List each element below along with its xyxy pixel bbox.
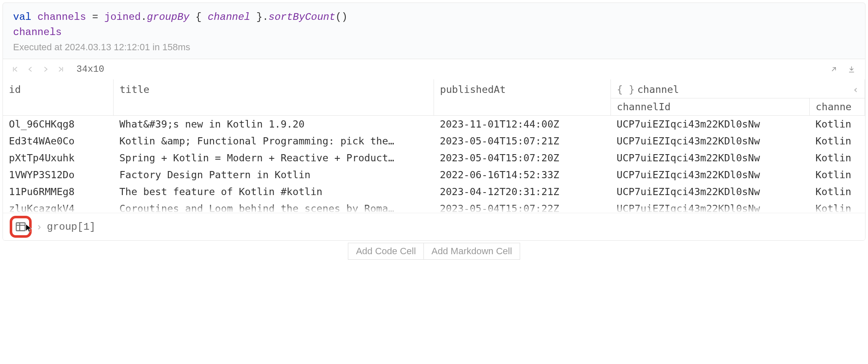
execution-metadata: Executed at 2024.03.13 12:12:01 in 158ms (3, 42, 865, 59)
open-in-new-icon[interactable] (828, 63, 840, 75)
arg-channel: channel (208, 11, 250, 23)
cell-channelId: UCP7uiEZIqci43m22KDl0sNw (611, 116, 810, 133)
cell-publishedAt: 2023-05-04T15:07:21Z (434, 133, 611, 149)
cell-channelName: Kotlin (810, 133, 865, 149)
cell-title: What&#39;s new in Kotlin 1.9.20 (114, 116, 434, 133)
cell-channelName: Kotlin (810, 183, 865, 200)
cell-publishedAt: 2023-04-12T20:31:21Z (434, 183, 611, 200)
cell-channelName: Kotlin (810, 116, 865, 133)
column-header-channelName-partial[interactable]: channe (810, 98, 865, 116)
add-code-cell-button[interactable]: Add Code Cell (348, 243, 424, 260)
code-editor[interactable]: val channels = joined.groupBy { channel … (3, 3, 865, 42)
cell-channelName: Kotlin (810, 166, 865, 183)
cell-publishedAt: 2023-05-04T15:07:22Z (434, 200, 611, 213)
column-header-channelId[interactable]: channelId (611, 98, 810, 116)
fn-sortByCount: sortByCount (269, 11, 335, 23)
cell-id: Ed3t4WAe0Co (3, 133, 114, 149)
expr-channels: channels (13, 27, 62, 38)
cell-channelId: UCP7uiEZIqci43m22KDl0sNw (611, 183, 810, 200)
table-root-icon[interactable] (10, 216, 32, 238)
dataframe-toolbar: 34x10 (3, 59, 865, 79)
pager-first-icon[interactable] (11, 65, 20, 74)
pager-dimensions: 34x10 (76, 64, 104, 75)
dataframe-table-container: id title publishedAt { }channel ‹ channe… (3, 79, 865, 213)
breadcrumb-group[interactable]: group[1] (47, 221, 95, 233)
cell-title: Kotlin &amp; Functional Programming: pic… (114, 133, 434, 149)
chevron-right-icon: › (38, 221, 41, 233)
dataframe-table: id title publishedAt { }channel ‹ channe… (3, 79, 865, 213)
column-header-title[interactable]: title (114, 79, 434, 116)
download-icon[interactable] (846, 63, 857, 75)
cell-channelName: Kotlin (810, 200, 865, 213)
column-group-channel[interactable]: { }channel ‹ (611, 79, 865, 98)
id-joined: joined (104, 11, 141, 23)
pager-next-icon[interactable] (41, 65, 50, 74)
cell-title: The best feature of Kotlin #kotlin (114, 183, 434, 200)
table-row[interactable]: Ed3t4WAe0CoKotlin &amp; Functional Progr… (3, 133, 865, 149)
cell-channelName: Kotlin (810, 149, 865, 166)
table-row[interactable]: Ol_96CHKqg8What&#39;s new in Kotlin 1.9.… (3, 116, 865, 133)
cell-id: 1VWYP3S12Do (3, 166, 114, 183)
cell-channelId: UCP7uiEZIqci43m22KDl0sNw (611, 166, 810, 183)
table-row[interactable]: zluKcazgkV4Coroutines and Loom behind th… (3, 200, 865, 213)
cell-channelId: UCP7uiEZIqci43m22KDl0sNw (611, 200, 810, 213)
table-row[interactable]: 1VWYP3S12DoFactory Design Pattern in Kot… (3, 166, 865, 183)
column-header-id[interactable]: id (3, 79, 114, 116)
fn-groupBy: groupBy (147, 11, 190, 23)
pager-prev-icon[interactable] (26, 65, 35, 74)
cell-channelId: UCP7uiEZIqci43m22KDl0sNw (611, 149, 810, 166)
cell-title: Factory Design Pattern in Kotlin (114, 166, 434, 183)
var-channels: channels (38, 11, 86, 23)
keyword-val: val (13, 11, 31, 23)
column-header-publishedAt[interactable]: publishedAt (434, 79, 611, 116)
add-cell-bar: Add Code Cell Add Markdown Cell (0, 243, 868, 260)
cell-output: 34x10 id title publishedAt { }channel (3, 59, 865, 240)
cell-id: 11Pu6RMMEg8 (3, 183, 114, 200)
pager-last-icon[interactable] (56, 65, 65, 74)
table-row[interactable]: pXtTp4UxuhkSpring + Kotlin = Modern + Re… (3, 149, 865, 166)
cell-id: Ol_96CHKqg8 (3, 116, 114, 133)
cell-publishedAt: 2023-05-04T15:07:20Z (434, 149, 611, 166)
table-row[interactable]: 11Pu6RMMEg8The best feature of Kotlin #k… (3, 183, 865, 200)
add-markdown-cell-button[interactable]: Add Markdown Cell (424, 243, 520, 260)
breadcrumb-bar: › group[1] (3, 213, 865, 240)
braces-icon: { } (617, 84, 635, 95)
cell-id: zluKcazgkV4 (3, 200, 114, 213)
cell-publishedAt: 2022-06-16T14:52:33Z (434, 166, 611, 183)
mouse-cursor-icon (25, 223, 33, 236)
cell-publishedAt: 2023-11-01T12:44:00Z (434, 116, 611, 133)
cell-channelId: UCP7uiEZIqci43m22KDl0sNw (611, 133, 810, 149)
chevron-left-icon[interactable]: ‹ (853, 84, 859, 95)
cell-title: Spring + Kotlin = Modern + Reactive + Pr… (114, 149, 434, 166)
cell-title: Coroutines and Loom behind the scenes by… (114, 200, 434, 213)
svg-rect-0 (16, 223, 25, 231)
cell-id: pXtTp4Uxuhk (3, 149, 114, 166)
notebook-cell: val channels = joined.groupBy { channel … (3, 3, 865, 241)
